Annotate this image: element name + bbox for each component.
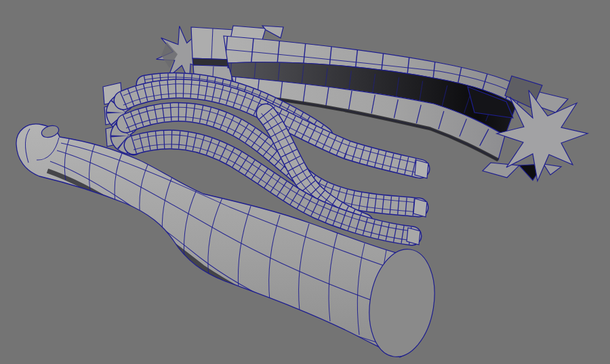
ribbon-facet — [544, 164, 561, 175]
ribbon-twist-cap — [262, 26, 283, 38]
tube-end-cap — [407, 228, 420, 245]
viewport-canvas[interactable] — [0, 0, 610, 364]
tube-end-cap — [415, 160, 428, 178]
3d-viewport[interactable] — [0, 0, 610, 364]
tube-end-cap — [413, 199, 427, 217]
ribbon-facet — [483, 163, 519, 178]
